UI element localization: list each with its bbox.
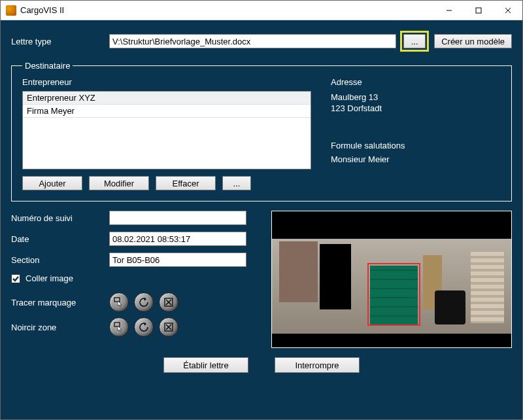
maximize-button[interactable] [464,1,493,20]
recipient-group: Destinataire Entrepreneur Enterpreneur X… [11,61,512,201]
entrepreneur-label: Entrepreneur [22,77,311,87]
address-line2: 123 Dorfstadt [331,103,501,114]
more-button[interactable]: ... [222,176,251,190]
generate-letter-button[interactable]: Établir lettre [163,357,248,373]
trace-undo-tool[interactable] [134,292,154,312]
blacken-clear-tool[interactable] [159,317,178,337]
window-title: CargoVIS II [20,5,64,15]
delete-button[interactable]: Effacer [156,176,216,190]
svg-rect-1 [476,8,481,13]
browse-highlight: ... [400,31,429,52]
tracking-input[interactable] [109,211,246,225]
blacken-undo-tool[interactable] [134,317,154,337]
date-input[interactable] [109,232,246,246]
app-window: CargoVIS II Lettre type ... Créer un mod… [0,0,523,420]
close-button[interactable] [493,1,522,20]
template-path-input[interactable] [109,34,396,48]
trace-label: Tracer marquage [11,298,109,307]
section-input[interactable] [109,253,246,267]
cancel-button[interactable]: Interrompre [275,357,360,373]
template-row: Lettre type ... Créer un modèle [11,31,512,52]
salutation-value: Monsieur Meier [331,154,501,164]
create-model-button[interactable]: Créer un modèle [434,34,512,48]
browse-button[interactable]: ... [403,34,426,48]
app-icon [6,5,16,16]
titlebar: CargoVIS II [1,1,522,20]
blacken-select-tool[interactable] [109,317,129,337]
paste-image-checkbox[interactable] [11,274,20,283]
address-line1: Maulberg 13 [331,92,501,103]
minimize-button[interactable] [434,1,464,20]
trace-clear-tool[interactable] [159,292,178,312]
list-item[interactable]: Firma Meyer [23,105,311,118]
list-item[interactable]: Enterpreneur XYZ [23,92,311,105]
tracking-label: Numéro de suivi [11,213,109,223]
template-label: Lettre type [11,37,109,46]
svg-rect-8 [114,323,120,326]
address-label: Adresse [331,77,501,88]
entrepreneur-listbox[interactable]: Enterpreneur XYZ Firma Meyer [22,91,311,169]
image-preview[interactable] [271,211,512,348]
salutation-label: Formule salutations [331,141,501,150]
paste-image-label: Coller image [25,273,73,283]
trace-select-tool[interactable] [109,292,129,312]
client-area: Lettre type ... Créer un modèle Destinat… [1,20,522,419]
svg-rect-4 [114,298,120,302]
marking-rectangle [367,263,420,326]
date-label: Date [11,234,109,244]
add-button[interactable]: Ajouter [22,176,82,190]
recipient-legend: Destinataire [22,61,73,71]
section-label: Section [11,255,109,265]
modify-button[interactable]: Modifier [89,176,149,190]
blacken-label: Noircir zone [11,323,109,332]
